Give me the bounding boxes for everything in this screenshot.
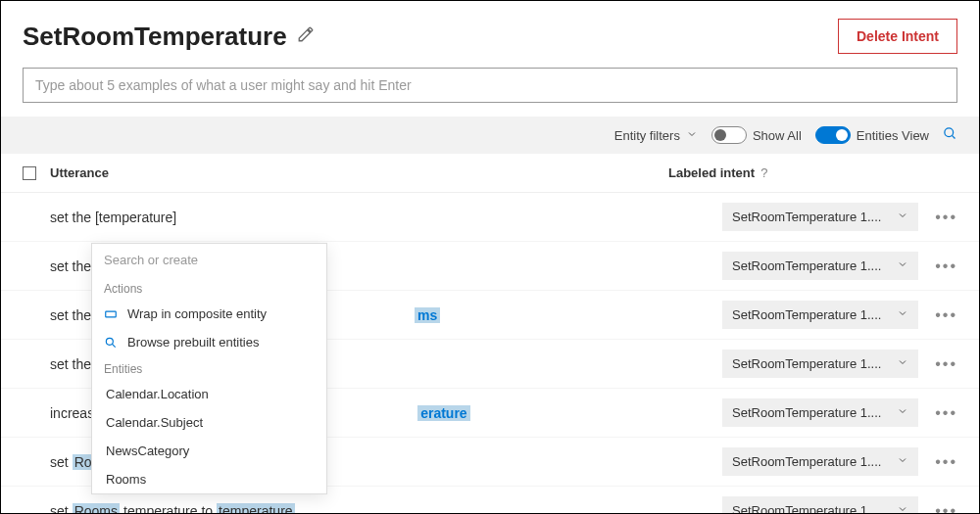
show-all-toggle[interactable] <box>711 126 747 144</box>
popup-actions-label: Actions <box>92 276 326 300</box>
intent-select[interactable]: SetRoomTemperature 1.... <box>722 447 918 476</box>
utterance-fragment: set the <box>50 307 91 323</box>
svg-point-3 <box>106 338 113 345</box>
more-icon[interactable]: ••• <box>918 209 957 226</box>
entity-option-label: NewsCategory <box>106 444 189 458</box>
entity-popup: Actions Wrap in composite entity Browse … <box>91 243 327 494</box>
utterance-fragment: set the <box>50 258 91 274</box>
entity-highlight: erature <box>417 405 469 421</box>
entity-option[interactable]: Calendar.Location <box>92 380 326 408</box>
intent-select[interactable]: SetRoomTemperature 1.... <box>722 301 918 329</box>
entities-view-toggle-group: Entities View <box>815 126 929 144</box>
title-wrap: SetRoomTemperature <box>23 22 315 52</box>
entity-option-label: Calendar.Location <box>106 387 209 401</box>
chevron-down-icon <box>897 454 908 469</box>
table-row: set the [temperature] SetRoomTemperature… <box>1 193 979 242</box>
example-input-wrap <box>1 68 979 117</box>
intent-select[interactable]: SetRoomTemperature 1.... <box>722 496 918 514</box>
intent-label: SetRoomTemperature 1.... <box>732 356 881 371</box>
table-header: Utterance Labeled intent ? <box>1 154 979 193</box>
popup-search-input[interactable] <box>92 244 326 276</box>
intent-label: SetRoomTemperature 1.... <box>732 405 881 420</box>
more-icon[interactable]: ••• <box>918 257 957 275</box>
intent-label: SetRoomTemperature 1.... <box>732 210 881 224</box>
chevron-down-icon <box>897 503 908 514</box>
select-all-checkbox[interactable] <box>23 166 36 180</box>
intent-label: SetRoomTemperature 1.... <box>732 503 881 514</box>
entity-highlight: temperature <box>217 503 294 515</box>
column-utterance: Utterance <box>50 165 668 180</box>
popup-entities-label: Entities <box>92 356 326 380</box>
more-icon[interactable]: ••• <box>918 404 957 422</box>
menu-item-label: Browse prebuilt entities <box>127 335 259 350</box>
entity-option[interactable]: Calendar.Subject <box>92 408 326 437</box>
intent-select[interactable]: SetRoomTemperature 1.... <box>722 252 918 280</box>
utterance-fragment: increas <box>50 405 94 421</box>
utterance-fragment: set the [temperature] <box>50 210 176 225</box>
search-icon[interactable] <box>943 126 957 144</box>
wrap-composite-action[interactable]: Wrap in composite entity <box>92 300 326 328</box>
more-icon[interactable]: ••• <box>918 355 957 373</box>
svg-line-4 <box>112 344 115 347</box>
svg-rect-2 <box>106 311 117 317</box>
show-all-label: Show All <box>753 128 802 143</box>
more-icon[interactable]: ••• <box>918 502 957 515</box>
delete-intent-button[interactable]: Delete Intent <box>838 19 957 54</box>
intent-label: SetRoomTemperature 1.... <box>732 307 881 322</box>
entity-filters-button[interactable]: Entity filters <box>614 128 698 143</box>
more-icon[interactable]: ••• <box>918 453 957 471</box>
more-icon[interactable]: ••• <box>918 306 957 324</box>
show-all-toggle-group: Show All <box>711 126 802 144</box>
page-title: SetRoomTemperature <box>23 22 287 52</box>
search-icon <box>104 336 118 350</box>
example-input[interactable] <box>23 68 957 103</box>
chevron-down-icon <box>897 258 908 273</box>
entity-option[interactable]: NewsCategory <box>92 437 326 465</box>
utterance-fragment: set the <box>50 356 91 372</box>
filter-bar: Entity filters Show All Entities View <box>1 117 979 154</box>
column-labeled-intent-label: Labeled intent <box>668 165 755 180</box>
intent-select[interactable]: SetRoomTemperature 1.... <box>722 350 918 378</box>
intent-label: SetRoomTemperature 1.... <box>732 454 881 469</box>
chevron-down-icon <box>897 405 908 420</box>
intent-select[interactable]: SetRoomTemperature 1.... <box>722 203 918 231</box>
edit-icon[interactable] <box>297 25 315 47</box>
utterance-fragment: set <box>50 503 69 515</box>
help-icon[interactable]: ? <box>760 165 767 180</box>
column-labeled-intent: Labeled intent ? <box>668 165 957 180</box>
chevron-down-icon <box>897 210 908 224</box>
svg-point-0 <box>945 128 954 137</box>
svg-line-1 <box>952 135 955 138</box>
utterance-fragment: temperature to <box>123 503 213 515</box>
intent-select[interactable]: SetRoomTemperature 1.... <box>722 398 918 427</box>
entity-option-label: Calendar.Subject <box>106 415 203 430</box>
utterance-text[interactable]: set the [temperature] <box>50 210 722 225</box>
page-header: SetRoomTemperature Delete Intent <box>1 1 979 68</box>
chevron-down-icon <box>897 307 908 322</box>
menu-item-label: Wrap in composite entity <box>127 306 267 321</box>
intent-label: SetRoomTemperature 1.... <box>732 258 881 273</box>
chevron-down-icon <box>686 128 698 143</box>
entity-option-label: Rooms <box>106 472 146 487</box>
entity-filters-label: Entity filters <box>614 128 680 143</box>
composite-icon <box>104 307 118 321</box>
utterance-text[interactable]: set Rooms temperature to temperature <box>50 503 722 515</box>
utterance-fragment: set <box>50 454 69 470</box>
entity-highlight: Rooms <box>73 503 120 515</box>
entities-view-toggle[interactable] <box>815 126 851 144</box>
browse-prebuilt-action[interactable]: Browse prebuilt entities <box>92 328 326 356</box>
entity-option[interactable]: Rooms <box>92 465 326 493</box>
chevron-down-icon <box>897 356 908 371</box>
entities-view-label: Entities View <box>857 128 929 143</box>
entity-highlight: ms <box>415 307 440 323</box>
